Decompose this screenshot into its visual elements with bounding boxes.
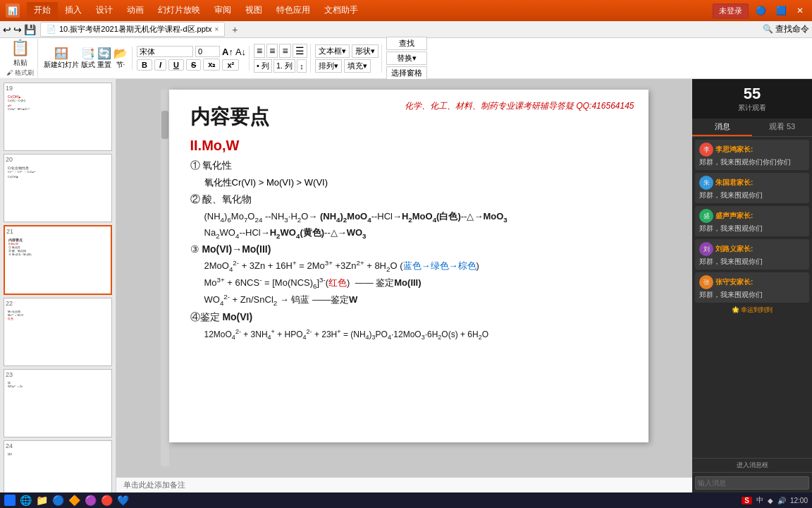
network-icon: ◆ — [768, 497, 773, 504]
undo-icon[interactable]: ↩ — [3, 24, 11, 35]
numbering-button[interactable]: 1. 列 — [273, 59, 295, 73]
align-right-button[interactable]: ≡ — [279, 44, 290, 58]
align-center-button[interactable]: ≡ — [266, 44, 278, 58]
file-tab[interactable]: 📄 10.振宇考研2021暑期无机化学课程-d区.pptx × — [40, 22, 225, 37]
subscript-button[interactable]: x₂ — [203, 59, 220, 71]
tab-slideshow[interactable]: 幻灯片放映 — [151, 2, 207, 20]
v-scrollbar[interactable] — [161, 90, 169, 466]
chat-input[interactable] — [695, 476, 809, 490]
msg-3-user: 盛声声家长: — [715, 212, 753, 219]
tab-design[interactable]: 设计 — [89, 2, 120, 20]
align-left-button[interactable]: ≡ — [254, 44, 265, 58]
redo-icon[interactable]: ↪ — [13, 24, 22, 35]
tab-start[interactable]: 开始 — [27, 2, 58, 20]
msg-5-text: 郑群，我来围观你们 — [699, 290, 805, 300]
italic-button[interactable]: I — [154, 59, 166, 71]
login-button[interactable]: 未登录 — [713, 4, 749, 18]
strikethrough-button[interactable]: S — [186, 59, 201, 71]
section-title: II.Mo,W — [190, 138, 627, 154]
clock: 12:00 — [790, 497, 808, 504]
underline-button[interactable]: U — [168, 59, 184, 71]
slide-thumb-24[interactable]: 24 续2 — [4, 440, 112, 492]
slide-thumb-20[interactable]: 20 Cr化合物性质 Cr²⁺ → Cr³⁺ → CrO₄²⁻ Cr(OH)₃ — [4, 154, 112, 222]
file-tab-name: 10.振宇考研2021暑期无机化学课程-d区.pptx — [59, 24, 211, 35]
content-sub-3-1: 2MoO42- + 3Zn + 16H+ = 2Mo3+ +3Zn2+ + 8H… — [204, 259, 627, 273]
slide-panel: 19 Cr(OH)₃ Cr(VI)→Cr(III) pH CrO₄²⁻ ⇌ Cr… — [0, 79, 116, 492]
chat-tab-viewers[interactable]: 观看 53 — [752, 119, 812, 136]
taskbar-app4-icon[interactable]: 🔴 — [101, 495, 113, 506]
bold-button[interactable]: B — [137, 59, 152, 71]
font-decrease-button[interactable]: A↓ — [235, 47, 246, 57]
tab-review[interactable]: 审阅 — [207, 2, 238, 20]
tab-view[interactable]: 视图 — [238, 2, 269, 20]
line-spacing-button[interactable]: ↕ — [297, 59, 307, 73]
arrange-button[interactable]: 排列▾ — [315, 59, 342, 73]
slide-container: 化学、化工、材料、制药专业课考研辅导答疑 QQ:416564145 内容要点 I… — [169, 90, 648, 442]
avatar-4: 刘 — [699, 242, 713, 256]
msg-1-user: 李思鸿家长: — [715, 145, 753, 153]
bullets-button[interactable]: • 列 — [254, 59, 272, 73]
main-content: 19 Cr(OH)₃ Cr(VI)→Cr(III) pH CrO₄²⁻ ⇌ Cr… — [0, 79, 812, 492]
taskbar-app2-icon[interactable]: 🔶 — [68, 495, 80, 506]
file-tab-area: 📄 10.振宇考研2021暑期无机化学课程-d区.pptx × + — [40, 22, 240, 37]
taskbar-browser-icon[interactable]: 🌐 — [20, 495, 32, 506]
font-group: A↑ A↓ B I U S x₂ x² — [134, 46, 250, 71]
taskbar-app1-icon[interactable]: 🔵 — [52, 495, 64, 506]
format-paint-button[interactable]: 🖌 格式刷 — [6, 68, 34, 78]
font-increase-button[interactable]: A↑ — [222, 47, 233, 57]
paste-group: 📋 粘贴 🖌 格式刷 — [3, 39, 38, 78]
font-family-input[interactable] — [137, 46, 193, 57]
fill-button[interactable]: 填充▾ — [344, 59, 371, 73]
taskbar-app5-icon[interactable]: 💙 — [117, 495, 129, 506]
add-tab-button[interactable]: + — [229, 24, 240, 35]
tab-animation[interactable]: 动画 — [120, 2, 151, 20]
window-controls: 🔍 查找命令 — [763, 23, 809, 35]
tab-assistant[interactable]: 文档助手 — [317, 2, 365, 20]
find-button[interactable]: 查找 — [386, 37, 427, 50]
search-command-icon[interactable]: 🔍 查找命令 — [763, 23, 809, 35]
start-button[interactable] — [4, 495, 16, 506]
maximize-button[interactable]: 🟦 — [773, 4, 789, 17]
content-sub-2-1: (NH4)6Mo7O24 --NH3·H2O→ (NH4)2MoO4--HCl→… — [204, 210, 627, 224]
paste-button[interactable]: 📋 — [11, 39, 30, 57]
file-tab-close[interactable]: × — [214, 25, 219, 33]
slide-view: 化学、化工、材料、制药专业课考研辅导答疑 QQ:416564145 内容要点 I… — [116, 79, 692, 477]
save-icon[interactable]: 💾 — [24, 24, 36, 35]
close-button[interactable]: ✕ — [794, 4, 806, 17]
textbox-button[interactable]: 文本框▾ — [315, 44, 350, 58]
new-slide-button[interactable]: 🪟 新建幻灯片 — [44, 47, 79, 70]
font-size-input[interactable] — [195, 46, 220, 57]
chat-input-area — [692, 472, 812, 492]
chat-panel: 55 累计观看 消息 观看 53 李李思鸿家长: 郑群，我来围观你们你们你们 朱… — [692, 79, 812, 492]
slide-thumb-21[interactable]: 21 内容要点 II.Mo,W ① 氧化性 ② 酸、氧化物 ③ Mo(VI)→M… — [4, 225, 112, 295]
justify-button[interactable]: ☰ — [293, 44, 307, 58]
paste-label: 粘贴 — [13, 58, 27, 68]
enter-message-button[interactable]: 进入消息框 — [692, 458, 812, 472]
tab-insert[interactable]: 插入 — [58, 2, 89, 20]
tab-special[interactable]: 特色应用 — [269, 2, 317, 20]
superscript-button[interactable]: x² — [222, 59, 239, 71]
replace-button[interactable]: 替换▾ — [386, 52, 427, 65]
slide-thumb-23[interactable]: 23 续 WO₄²⁻ + Zn — [4, 369, 112, 437]
layout-button[interactable]: 📑 版式 — [81, 47, 95, 70]
avatar-1: 李 — [699, 143, 713, 157]
v-scrollbar-thumb[interactable] — [161, 111, 168, 139]
chat-tab-message[interactable]: 消息 — [692, 119, 752, 136]
slide-thumb-19[interactable]: 19 Cr(OH)₃ Cr(VI)→Cr(III) pH CrO₄²⁻ ⇌ Cr… — [4, 83, 112, 151]
content-sub-4-1: 12MoO42- + 3NH4+ + HPO42- + 23H+ = (NH4)… — [204, 328, 627, 341]
content-sub-1-1: 氧化性Cr(VI) > Mo(VI) > W(VI) — [204, 176, 627, 189]
chat-label: 累计观看 — [698, 103, 806, 113]
reset-button[interactable]: 🔄 重置 — [97, 47, 111, 70]
shapes-button[interactable]: 形状▾ — [352, 44, 379, 58]
item1-label: 氧化性 — [202, 159, 232, 171]
select-pane-button[interactable]: 选择窗格 — [386, 66, 427, 80]
wps-tray-icon[interactable]: S — [742, 497, 752, 504]
taskbar-app3-icon[interactable]: 🟣 — [85, 495, 97, 506]
lucky-join: 🌟 幸运到到到 — [695, 306, 809, 315]
taskbar-folder-icon[interactable]: 📁 — [36, 495, 48, 506]
slide-center: 化学、化工、材料、制药专业课考研辅导答疑 QQ:416564145 内容要点 I… — [116, 79, 692, 492]
minimize-button[interactable]: 🔵 — [753, 4, 769, 17]
avatar-3: 盛 — [699, 209, 713, 223]
slide-thumb-22[interactable]: 22 Mo化合物 Mo³⁺ + NCS⁻ 红色 — [4, 298, 112, 366]
section-button[interactable]: 📂 节· — [113, 47, 128, 70]
